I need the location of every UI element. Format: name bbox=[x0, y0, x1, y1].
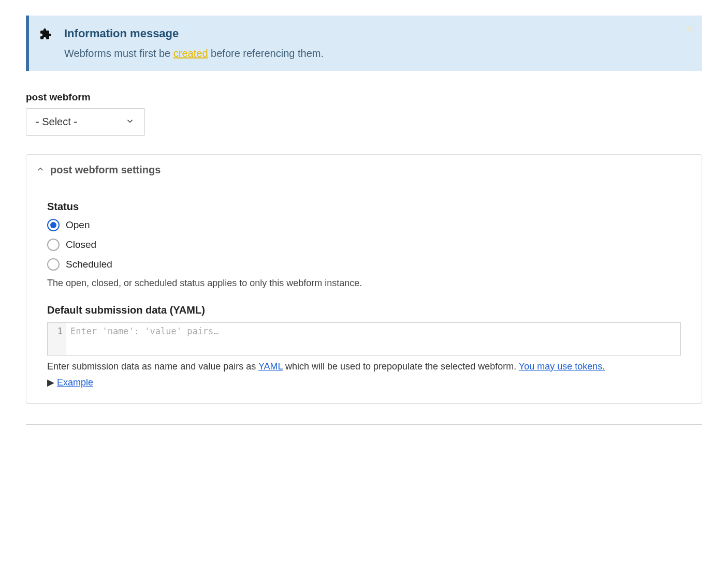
settings-body: Status OpenClosedScheduled The open, clo… bbox=[26, 185, 702, 403]
status-label: Status bbox=[47, 201, 681, 213]
information-message: Information message Webforms must first … bbox=[26, 16, 702, 71]
yaml-link[interactable]: YAML bbox=[258, 361, 283, 372]
radio-open[interactable]: Open bbox=[47, 219, 681, 231]
chevron-up-icon bbox=[36, 165, 45, 176]
radio-icon bbox=[47, 258, 60, 271]
settings-title: post webform settings bbox=[50, 164, 161, 176]
example-prefix: ▶ bbox=[47, 377, 57, 388]
radio-label: Closed bbox=[66, 239, 96, 250]
post-webform-select[interactable]: - Select - bbox=[26, 108, 145, 136]
yaml-label: Default submission data (YAML) bbox=[47, 304, 681, 316]
information-text-after: before referencing them. bbox=[208, 48, 324, 59]
status-radio-group: OpenClosedScheduled bbox=[47, 219, 681, 271]
tokens-link[interactable]: You may use tokens. bbox=[519, 361, 605, 372]
yaml-desc-mid: which will be used to prepopulate the se… bbox=[283, 361, 519, 372]
post-webform-select-value[interactable]: - Select - bbox=[26, 108, 145, 136]
yaml-input[interactable] bbox=[66, 323, 680, 355]
divider bbox=[26, 424, 702, 425]
information-content: Information message Webforms must first … bbox=[64, 26, 692, 60]
status-help: The open, closed, or scheduled status ap… bbox=[47, 278, 681, 289]
puzzle-icon bbox=[39, 26, 52, 60]
created-link[interactable]: created bbox=[173, 48, 208, 59]
post-webform-settings-summary[interactable]: post webform settings bbox=[26, 155, 702, 185]
radio-icon bbox=[47, 239, 60, 251]
yaml-desc-before: Enter submission data as name and value … bbox=[47, 361, 258, 372]
radio-closed[interactable]: Closed bbox=[47, 239, 681, 251]
information-text: Webforms must first be created before re… bbox=[64, 48, 692, 60]
radio-label: Open bbox=[66, 219, 90, 231]
yaml-description: Enter submission data as name and value … bbox=[47, 360, 681, 374]
example-link[interactable]: Example bbox=[57, 377, 93, 388]
example-line: ▶ Example bbox=[47, 376, 681, 390]
yaml-gutter: 1 bbox=[48, 323, 66, 355]
yaml-editor[interactable]: 1 bbox=[47, 322, 681, 355]
post-webform-settings-panel: post webform settings Status OpenClosedS… bbox=[26, 154, 702, 404]
close-icon[interactable]: × bbox=[686, 23, 693, 35]
information-text-before: Webforms must first be bbox=[64, 48, 173, 59]
radio-label: Scheduled bbox=[66, 259, 112, 270]
post-webform-label: post webform bbox=[26, 92, 702, 103]
radio-icon bbox=[47, 219, 60, 231]
information-title: Information message bbox=[64, 27, 692, 40]
radio-scheduled[interactable]: Scheduled bbox=[47, 258, 681, 271]
